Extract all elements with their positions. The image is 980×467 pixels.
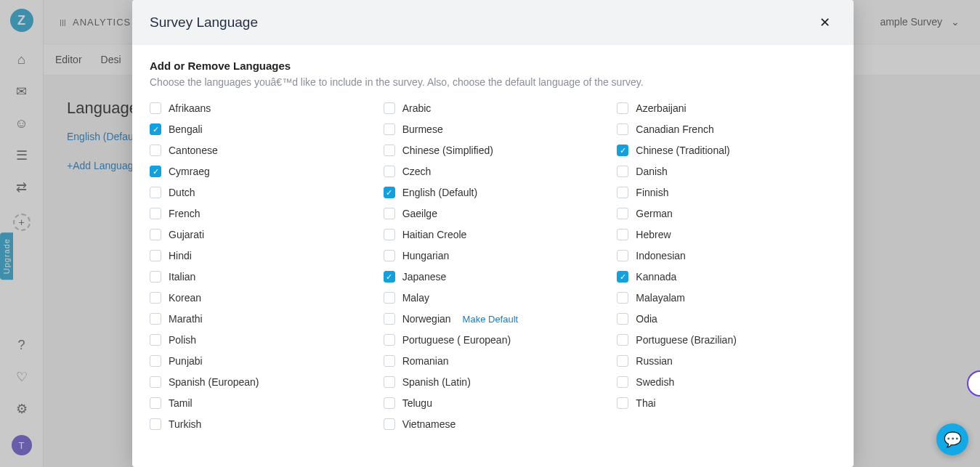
close-icon[interactable]: ✕ — [814, 12, 836, 33]
language-item: Spanish (Latin) — [384, 376, 603, 388]
language-label: Polish — [169, 334, 196, 346]
language-label: Spanish (European) — [169, 376, 259, 388]
language-checkbox[interactable] — [384, 355, 395, 367]
language-checkbox[interactable] — [617, 145, 628, 156]
language-checkbox[interactable] — [150, 229, 161, 240]
language-label: Marathi — [169, 313, 203, 325]
language-item: English (Default) — [384, 187, 603, 198]
language-checkbox[interactable] — [384, 208, 395, 219]
modal-description: Choose the languages youâ€™d like to inc… — [150, 76, 836, 88]
language-item: Telugu — [384, 397, 603, 409]
language-checkbox[interactable] — [384, 166, 395, 177]
language-label: Malayalam — [636, 292, 685, 304]
language-label: Turkish — [169, 418, 201, 430]
language-checkbox[interactable] — [617, 102, 628, 114]
language-label: Russian — [636, 355, 673, 367]
language-label: Hungarian — [402, 250, 450, 261]
language-item: Arabic — [384, 102, 603, 114]
language-item: Punjabi — [150, 355, 369, 367]
language-label: Portuguese ( European) — [402, 334, 511, 346]
language-item: Chinese (Traditional) — [617, 145, 836, 156]
language-checkbox[interactable] — [617, 250, 628, 261]
language-checkbox[interactable] — [617, 271, 628, 283]
chat-bubble-icon[interactable]: 💬 — [936, 423, 968, 455]
language-item: Hungarian — [384, 250, 603, 261]
language-checkbox[interactable] — [150, 397, 161, 409]
language-checkbox[interactable] — [384, 334, 395, 346]
language-checkbox[interactable] — [150, 166, 161, 177]
language-checkbox[interactable] — [384, 376, 395, 388]
language-checkbox[interactable] — [150, 313, 161, 325]
language-item: Kannada — [617, 271, 836, 283]
language-checkbox[interactable] — [617, 166, 628, 177]
language-label: English (Default) — [402, 187, 478, 198]
language-checkbox[interactable] — [150, 250, 161, 261]
language-label: Cymraeg — [169, 166, 210, 177]
language-label: Dutch — [169, 187, 195, 198]
language-checkbox[interactable] — [150, 376, 161, 388]
language-item: Czech — [384, 166, 603, 177]
language-item: Thai — [617, 397, 836, 409]
language-checkbox[interactable] — [384, 292, 395, 304]
language-checkbox[interactable] — [617, 123, 628, 135]
language-label: Hindi — [169, 250, 192, 261]
language-item: Malay — [384, 292, 603, 304]
language-checkbox[interactable] — [384, 271, 395, 283]
language-item: Indonesian — [617, 250, 836, 261]
language-checkbox[interactable] — [617, 313, 628, 325]
language-label: Tamil — [169, 397, 193, 409]
language-checkbox[interactable] — [384, 418, 395, 430]
language-item: Malayalam — [617, 292, 836, 304]
make-default-link[interactable]: Make Default — [463, 314, 519, 325]
language-label: Afrikaans — [169, 102, 211, 114]
language-checkbox[interactable] — [617, 376, 628, 388]
language-checkbox[interactable] — [617, 187, 628, 198]
language-label: Burmese — [402, 123, 443, 135]
language-checkbox[interactable] — [150, 187, 161, 198]
language-checkbox[interactable] — [150, 208, 161, 219]
language-checkbox[interactable] — [617, 355, 628, 367]
language-item: Russian — [617, 355, 836, 367]
language-checkbox[interactable] — [150, 102, 161, 114]
language-item: Burmese — [384, 123, 603, 135]
language-item: Odia — [617, 313, 836, 325]
language-checkbox[interactable] — [150, 418, 161, 430]
language-checkbox[interactable] — [617, 334, 628, 346]
language-checkbox[interactable] — [384, 313, 395, 325]
language-label: Indonesian — [636, 250, 686, 261]
language-item: Gujarati — [150, 229, 369, 240]
language-checkbox[interactable] — [150, 334, 161, 346]
language-item: Bengali — [150, 123, 369, 135]
language-checkbox[interactable] — [384, 145, 395, 156]
language-item: Gaeilge — [384, 208, 603, 219]
language-checkbox[interactable] — [150, 123, 161, 135]
modal-subtitle: Add or Remove Languages — [150, 60, 836, 72]
language-item: Chinese (Simplified) — [384, 145, 603, 156]
language-item: Tamil — [150, 397, 369, 409]
language-label: Gaeilge — [402, 208, 437, 219]
language-checkbox[interactable] — [617, 292, 628, 304]
language-label: Punjabi — [169, 355, 203, 367]
language-checkbox[interactable] — [150, 355, 161, 367]
language-checkbox[interactable] — [617, 208, 628, 219]
language-label: Finnish — [636, 187, 668, 198]
language-checkbox[interactable] — [384, 229, 395, 240]
language-item: Azerbaijani — [617, 102, 836, 114]
language-checkbox[interactable] — [384, 187, 395, 198]
language-checkbox[interactable] — [150, 145, 161, 156]
language-checkbox[interactable] — [617, 397, 628, 409]
language-checkbox[interactable] — [150, 292, 161, 304]
language-item: Spanish (European) — [150, 376, 369, 388]
language-checkbox[interactable] — [384, 250, 395, 261]
language-checkbox[interactable] — [384, 102, 395, 114]
language-checkbox[interactable] — [150, 271, 161, 283]
language-label: Vietnamese — [402, 418, 456, 430]
language-checkbox[interactable] — [384, 123, 395, 135]
language-item: Hebrew — [617, 229, 836, 240]
language-checkbox[interactable] — [617, 229, 628, 240]
language-label: Thai — [636, 397, 655, 409]
language-checkbox[interactable] — [384, 397, 395, 409]
language-label: Hebrew — [636, 229, 671, 240]
language-item: Vietnamese — [384, 418, 603, 430]
language-item: Dutch — [150, 187, 369, 198]
